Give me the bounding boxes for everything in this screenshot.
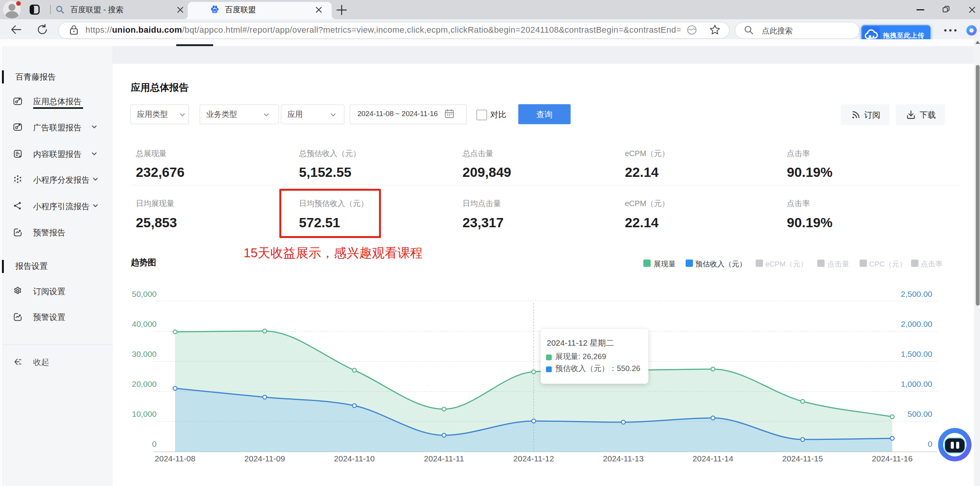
svg-text:10,000: 10,000 [132, 409, 157, 418]
svg-text:2024-11-12: 2024-11-12 [513, 454, 554, 463]
svg-text:2024-11-11: 2024-11-11 [424, 454, 464, 463]
svg-text:500.00: 500.00 [908, 409, 932, 418]
svg-text:1,500.00: 1,500.00 [901, 350, 932, 358]
svg-text:2024-11-10: 2024-11-10 [334, 454, 375, 463]
svg-text:2024-11-08: 2024-11-08 [155, 454, 195, 463]
svg-text:0: 0 [928, 439, 932, 448]
svg-text:50,000: 50,000 [132, 290, 157, 298]
svg-text:20,000: 20,000 [132, 379, 157, 388]
svg-text:2024-11-09: 2024-11-09 [244, 454, 285, 463]
svg-text:2024-11-13: 2024-11-13 [603, 454, 644, 463]
svg-text:2,500.00: 2,500.00 [901, 290, 932, 298]
svg-text:40,000: 40,000 [132, 320, 157, 328]
svg-text:2024-11-14: 2024-11-14 [693, 454, 733, 463]
svg-text:2024-11-16: 2024-11-16 [872, 454, 913, 463]
svg-text:30,000: 30,000 [132, 350, 157, 358]
svg-text:1,000.00: 1,000.00 [901, 379, 932, 388]
svg-text:0: 0 [152, 439, 157, 448]
svg-text:2024-11-15: 2024-11-15 [782, 454, 823, 463]
svg-text:2,000.00: 2,000.00 [901, 320, 932, 328]
